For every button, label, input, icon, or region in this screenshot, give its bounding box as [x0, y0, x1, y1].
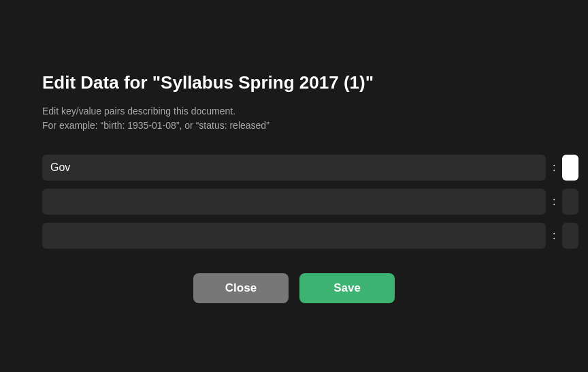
dialog-footer: Close Save: [42, 273, 546, 303]
field-key-1[interactable]: [42, 155, 546, 181]
field-key-3[interactable]: [42, 223, 546, 249]
field-value-3[interactable]: [562, 223, 578, 249]
field-key-2[interactable]: [42, 189, 546, 215]
description-line1: Edit key/value pairs describing this doc…: [42, 106, 235, 117]
fields-container: : + : − + : − +: [42, 155, 546, 249]
colon-3: :: [553, 230, 555, 242]
field-row-3: : − +: [42, 223, 546, 249]
save-button[interactable]: Save: [299, 273, 395, 303]
dialog-description: Edit key/value pairs describing this doc…: [42, 104, 546, 133]
close-button[interactable]: Close: [193, 273, 289, 303]
field-row-1: : +: [42, 155, 546, 181]
dialog-title: Edit Data for "Syllabus Spring 2017 (1)": [42, 72, 546, 93]
field-value-1[interactable]: [562, 155, 578, 181]
colon-2: :: [553, 196, 555, 208]
colon-1: :: [553, 161, 555, 174]
field-value-2[interactable]: [562, 189, 578, 215]
edit-data-dialog: Edit Data for "Syllabus Spring 2017 (1)"…: [15, 48, 573, 325]
field-row-2: : − +: [42, 189, 546, 215]
description-line2: For example: “birth: 1935-01-08”, or “st…: [42, 120, 270, 131]
